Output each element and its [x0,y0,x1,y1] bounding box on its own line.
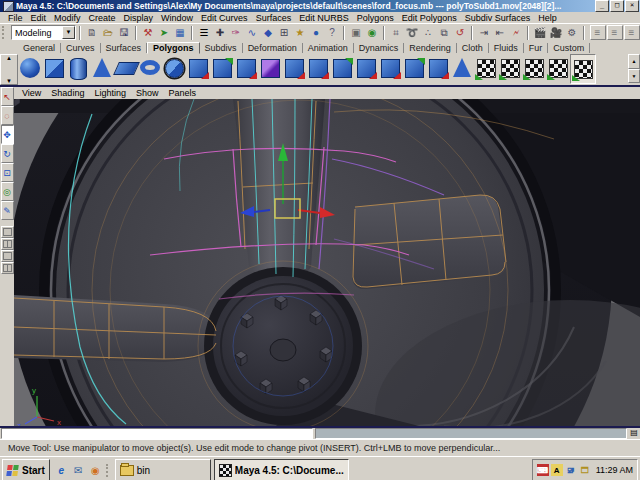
highlight-selection-icon[interactable]: ◉ [365,25,380,40]
shelf-item-poly-extrude-face[interactable] [234,54,258,82]
snap-grid-icon[interactable]: ⌗ [389,25,404,40]
minimize-button[interactable]: _ [595,0,609,12]
shelf-tab-fur[interactable]: Fur [524,43,549,53]
move-tool-button[interactable]: ✥ [1,125,14,144]
shelf-tab-general[interactable]: General [18,43,61,53]
construction-history-icon[interactable]: 🗲 [509,25,524,40]
snap-point-icon[interactable]: ∴ [421,25,436,40]
shelf-item-poly-wedge[interactable] [378,54,402,82]
last-tool-button[interactable]: ✎ [1,201,14,220]
lasso-select-tool-button[interactable]: ◌ [1,106,14,125]
shelf-item-subdiv-cube[interactable] [258,54,282,82]
menu-window[interactable]: Window [157,13,197,23]
shelf-tab-polygons[interactable]: Polygons [147,42,200,54]
menu-display[interactable]: Display [120,13,158,23]
snap-view-plane-icon[interactable]: ⧉ [437,25,452,40]
shelf-item-poly-cylinder[interactable] [66,54,90,82]
menu-edit-curves[interactable]: Edit Curves [197,13,252,23]
panel-menu-view[interactable]: View [17,88,46,98]
save-scene-icon[interactable]: 🖫 [117,25,132,40]
shelf-item-poly-cube[interactable] [42,54,66,82]
taskbar-clock[interactable]: 11:29 AM [593,465,633,475]
maximize-button[interactable]: □ [610,0,624,12]
outlook-express-icon[interactable]: ✉ [71,463,86,478]
select-tool-button[interactable]: ↖ [1,87,14,106]
menu-modify[interactable]: Modify [50,13,85,23]
render-current-frame-icon[interactable]: 🎬 [533,25,548,40]
task-button-bin[interactable]: bin [115,459,211,480]
shelf-tab-surfaces[interactable]: Surfaces [101,43,148,53]
shelf-tab-curves[interactable]: Curves [61,43,101,53]
mask-handles-icon[interactable]: ✑ [229,25,244,40]
perspective-viewport[interactable]: y x z [14,99,640,426]
shelf-tab-dynamics[interactable]: Dynamics [354,43,405,53]
shelf-item-poly-extrude-edge[interactable] [330,54,354,82]
shelf-item-poly-to-subdiv-3[interactable] [546,54,570,82]
script-editor-icon[interactable]: ▤ [628,428,640,439]
mask-menu-icon[interactable]: ☰ [197,25,212,40]
shelf-item-poly-plane[interactable] [114,54,138,82]
ime-indicator-icon[interactable]: ⌨ [537,464,549,476]
menu-polygons[interactable]: Polygons [353,13,398,23]
shelf-item-poly-subdivide[interactable] [210,54,234,82]
panel-menu-show[interactable]: Show [131,88,164,98]
mask-rendering-icon[interactable]: ● [309,25,324,40]
shelf-item-poly-cone[interactable] [90,54,114,82]
language-a-icon[interactable]: A [551,464,563,476]
layout-two-pane-button[interactable] [1,250,14,262]
render-globals-icon[interactable]: ⚙ [565,25,580,40]
shelf-item-poly-bevel[interactable] [354,54,378,82]
menu-surfaces[interactable]: Surfaces [252,13,296,23]
close-button[interactable]: × [625,0,639,12]
mask-lines-icon[interactable]: ∿ [245,25,260,40]
shelf-tab-rendering[interactable]: Rendering [404,43,457,53]
mask-surfaces-icon[interactable]: ◆ [261,25,276,40]
panel-menu-panels[interactable]: Panels [163,88,201,98]
select-component-icon[interactable]: ▦ [173,25,188,40]
shelf-tab-fluids[interactable]: Fluids [489,43,524,53]
network-icon[interactable]: 🖳 [565,464,577,476]
shelf-item-poly-prism[interactable] [162,54,186,82]
menu-subdiv-surfaces[interactable]: Subdiv Surfaces [461,13,535,23]
new-scene-icon[interactable]: 🗎 [85,25,100,40]
quick-select-field-icon-2[interactable]: ≡ [607,25,623,40]
mask-misc-icon[interactable]: ? [325,25,340,40]
shelf-item-poly-cut[interactable] [474,54,498,82]
lock-selection-icon[interactable]: ▣ [349,25,364,40]
shelf-item-poly-to-subdiv-1[interactable] [498,54,522,82]
menu-set-dropdown[interactable]: Modeling ▼ [11,25,76,40]
shelf-menu-button[interactable]: ▲▼ [0,54,18,85]
menu-help[interactable]: Help [534,13,561,23]
shelf-item-poly-combine[interactable] [426,54,450,82]
shelf-item-poly-to-subdiv-4[interactable] [570,54,596,84]
menu-file[interactable]: File [4,13,27,23]
panel-menu-lighting[interactable]: Lighting [89,88,131,98]
quick-select-field-icon-3[interactable]: ≡ [624,25,640,40]
layout-single-pane-button[interactable] [1,226,14,238]
show-manipulator-tool-button[interactable]: ◎ [1,182,14,201]
menu-edit[interactable]: Edit [27,13,51,23]
output-connections-icon[interactable]: ⇤ [493,25,508,40]
ipr-render-icon[interactable]: 🎥 [549,25,564,40]
start-button[interactable]: Start [2,459,50,480]
layout-four-pane-button[interactable] [1,238,14,250]
panel-menu-shading[interactable]: Shading [46,88,89,98]
snap-curve-icon[interactable]: ➰ [405,25,420,40]
menu-edit-nurbs[interactable]: Edit NURBS [295,13,353,23]
shelf-item-poly-to-subdiv-2[interactable] [522,54,546,82]
shelf-tab-cloth[interactable]: Cloth [457,43,489,53]
input-connections-icon[interactable]: ⇥ [477,25,492,40]
select-hierarchy-icon[interactable]: ⚒ [141,25,156,40]
shelf-tab-animation[interactable]: Animation [303,43,354,53]
layout-split-pane-button[interactable] [1,262,14,274]
select-object-icon[interactable]: ➤ [157,25,172,40]
quick-select-field-icon-1[interactable]: ≡ [590,25,606,40]
task-button-maya[interactable]: Maya 4.5: C:\Docume... [214,459,349,480]
mask-deformations-icon[interactable]: ⊞ [277,25,292,40]
shelf-tab-subdivs[interactable]: Subdivs [200,43,243,53]
shelf-tab-deformation[interactable]: Deformation [243,43,303,53]
viewport-canvas[interactable]: y x z [14,99,640,426]
shelf-item-poly-torus[interactable] [138,54,162,82]
shelf-scroll[interactable]: ▲▼ [628,54,640,83]
make-live-icon[interactable]: ↺ [453,25,468,40]
